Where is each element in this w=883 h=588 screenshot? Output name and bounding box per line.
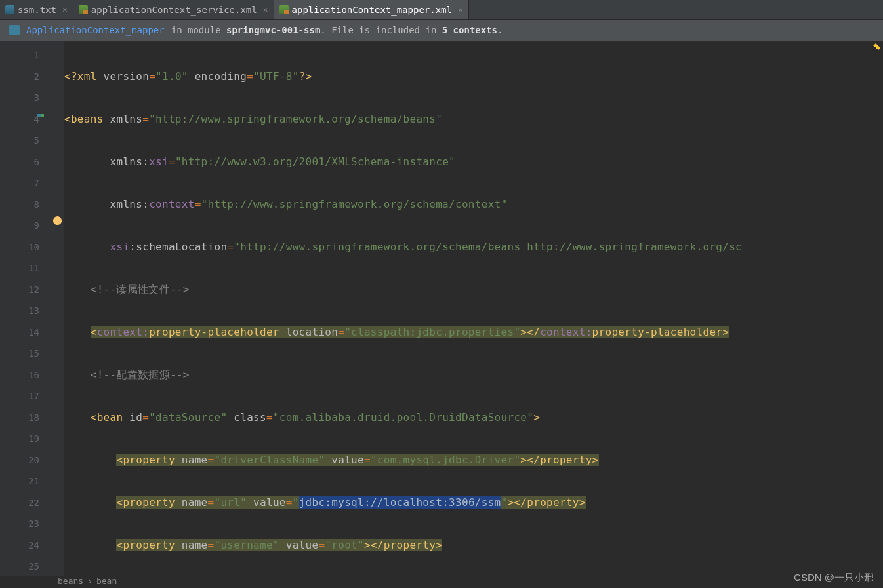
- code-line: <property name="url" value="jdbc:mysql:/…: [64, 492, 883, 514]
- code-line: <beans xmlns="http://www.springframework…: [64, 109, 883, 130]
- tab-service-xml[interactable]: applicationContext_service.xml ×: [73, 0, 274, 19]
- editor-tabs: ssm.txt × applicationContext_service.xml…: [0, 0, 883, 20]
- code-line: <!--配置数据源-->: [64, 364, 883, 386]
- code-line: xsi:schemaLocation="http://www.springfra…: [64, 237, 883, 258]
- spring-xml-icon: [79, 5, 88, 14]
- code-line: <context:property-placeholder location="…: [64, 322, 883, 343]
- breadcrumb[interactable]: beans › bean: [51, 574, 117, 588]
- close-icon[interactable]: ×: [263, 5, 268, 14]
- code-line: <!--读属性文件-->: [64, 279, 883, 301]
- breadcrumb-item[interactable]: beans: [58, 576, 83, 586]
- close-icon[interactable]: ×: [62, 5, 68, 14]
- code-line: <bean id="dataSource" class="com.alibaba…: [64, 407, 883, 429]
- code-line: <property name="username" value="root"><…: [64, 535, 883, 557]
- code-line: <?xml version="1.0" encoding="UTF-8"?>: [64, 66, 883, 88]
- code-line: <property name="driverClassName" value="…: [64, 450, 883, 471]
- line-number-gutter[interactable]: 1234567891011121314151617181920212223242…: [0, 41, 51, 576]
- context-link[interactable]: ApplicationContext_mapper: [26, 25, 165, 35]
- code-line: xmlns:xsi="http://www.w3.org/2001/XMLSch…: [64, 151, 883, 173]
- intention-bulb-icon[interactable]: [53, 216, 62, 225]
- breadcrumb-item[interactable]: bean: [96, 576, 117, 586]
- vcs-change-marker: [31, 114, 41, 123]
- tab-label: applicationContext_service.xml: [91, 5, 257, 15]
- editor: 1234567891011121314151617181920212223242…: [0, 41, 883, 576]
- text-file-icon: [5, 5, 14, 14]
- breadcrumb-separator: ›: [87, 576, 92, 586]
- banner-text: in module springmvc-001-ssm. File is inc…: [171, 25, 503, 35]
- namespace-icon: [9, 25, 20, 35]
- spring-xml-icon: [279, 5, 289, 14]
- close-icon[interactable]: ×: [458, 5, 463, 14]
- code-line: xmlns:context="http://www.springframewor…: [64, 194, 883, 216]
- context-banner: ApplicationContext_mapper in module spri…: [0, 20, 883, 41]
- tab-label: applicationContext_mapper.xml: [292, 5, 452, 15]
- tab-mapper-xml[interactable]: applicationContext_mapper.xml ×: [274, 0, 469, 19]
- tab-ssm-txt[interactable]: ssm.txt ×: [0, 0, 73, 19]
- code-area[interactable]: <?xml version="1.0" encoding="UTF-8"?> <…: [64, 41, 883, 576]
- tab-label: ssm.txt: [18, 5, 56, 15]
- gutter-icon-column: [51, 41, 64, 576]
- watermark: CSDN @一只小邢: [794, 572, 874, 584]
